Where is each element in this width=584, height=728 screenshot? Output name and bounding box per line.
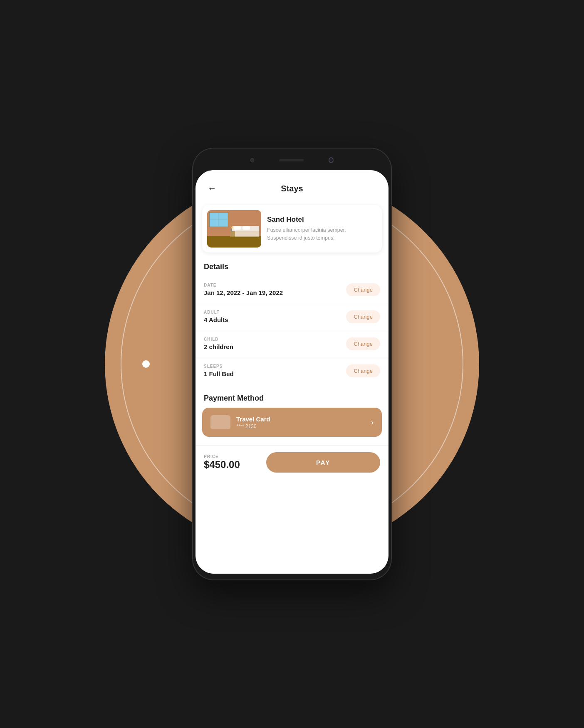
- phone-speaker: [279, 159, 304, 161]
- svg-rect-13: [231, 228, 232, 232]
- adult-label: ADULT: [204, 310, 228, 314]
- adult-row: ADULT 4 Adults Change: [195, 303, 389, 330]
- date-info: DATE Jan 12, 2022 - Jan 19, 2022: [204, 283, 283, 296]
- sleeps-row: SLEEPS 1 Full Bed Change: [195, 357, 389, 384]
- child-value: 2 children: [204, 343, 233, 350]
- date-value: Jan 12, 2022 - Jan 19, 2022: [204, 289, 283, 296]
- hotel-card: Sand Hotel Fusce ullamcorper lacinia sem…: [202, 205, 382, 253]
- card-name: Travel Card: [236, 416, 270, 423]
- date-row: DATE Jan 12, 2022 - Jan 19, 2022 Change: [195, 276, 389, 303]
- card-number: **** 2130: [236, 423, 270, 429]
- price-value: $450.00: [204, 459, 260, 470]
- child-change-button[interactable]: Change: [346, 337, 380, 350]
- sleeps-value: 1 Full Bed: [204, 370, 234, 377]
- pay-button[interactable]: PAY: [266, 452, 380, 473]
- child-row: CHILD 2 children Change: [195, 330, 389, 357]
- svg-rect-15: [207, 236, 261, 248]
- phone-top-bar: [250, 154, 334, 166]
- card-details: Travel Card **** 2130: [236, 416, 270, 429]
- chevron-right-icon: ›: [371, 418, 374, 427]
- page-title: Stays: [281, 184, 303, 193]
- circle-dot: [142, 360, 150, 368]
- sleeps-label: SLEEPS: [204, 364, 234, 369]
- price-label: PRICE: [204, 454, 260, 459]
- payment-section-title: Payment Method: [195, 392, 389, 408]
- payment-card[interactable]: Travel Card **** 2130 ›: [202, 408, 382, 437]
- svg-rect-11: [243, 226, 250, 230]
- hotel-name: Sand Hotel: [267, 215, 377, 224]
- sleeps-info: SLEEPS 1 Full Bed: [204, 364, 234, 377]
- back-arrow-icon: ←: [208, 183, 217, 194]
- child-info: CHILD 2 children: [204, 337, 233, 350]
- child-label: CHILD: [204, 337, 233, 342]
- adult-value: 4 Adults: [204, 316, 228, 323]
- date-change-button[interactable]: Change: [346, 283, 380, 296]
- svg-rect-7: [210, 213, 228, 227]
- scene: ← Stays: [0, 0, 584, 728]
- camera-right: [329, 157, 334, 163]
- payment-section: Travel Card **** 2130 ›: [195, 408, 389, 445]
- bottom-bar: PRICE $450.00 PAY: [195, 445, 389, 483]
- details-section-title: Details: [195, 261, 389, 276]
- header: ← Stays: [195, 170, 389, 202]
- sleeps-change-button[interactable]: Change: [346, 364, 380, 377]
- details-section: DATE Jan 12, 2022 - Jan 19, 2022 Change …: [195, 276, 389, 384]
- hotel-info: Sand Hotel Fusce ullamcorper lacinia sem…: [267, 215, 377, 242]
- screen-content: ← Stays: [195, 170, 389, 574]
- adult-change-button[interactable]: Change: [346, 310, 380, 323]
- phone-frame: ← Stays: [192, 148, 392, 580]
- screen: ← Stays: [195, 170, 389, 574]
- payment-card-left: Travel Card **** 2130: [210, 415, 270, 429]
- price-section: PRICE $450.00: [204, 454, 260, 470]
- back-button[interactable]: ←: [205, 182, 219, 195]
- camera-left: [250, 158, 254, 162]
- hotel-image: [207, 210, 261, 248]
- adult-info: ADULT 4 Adults: [204, 310, 228, 323]
- hotel-description: Fusce ullamcorper lacinia semper. Suspen…: [267, 226, 377, 242]
- date-label: DATE: [204, 283, 283, 287]
- svg-rect-10: [233, 226, 241, 230]
- card-thumbnail-icon: [210, 415, 230, 429]
